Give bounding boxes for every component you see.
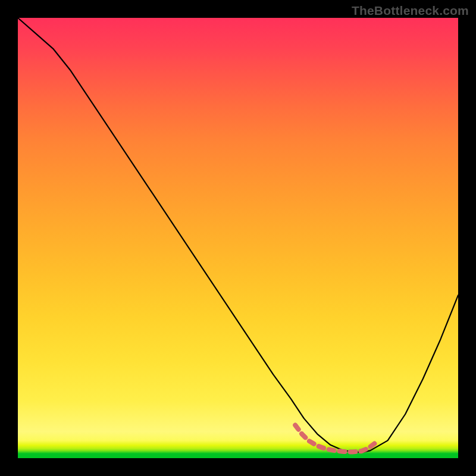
chart-container: TheBottleneck.com xyxy=(0,0,476,476)
bottleneck-curve xyxy=(18,18,458,452)
watermark-text: TheBottleneck.com xyxy=(352,4,469,18)
curve-svg xyxy=(18,18,458,458)
plot-area xyxy=(18,18,458,458)
valley-highlight xyxy=(295,425,374,452)
